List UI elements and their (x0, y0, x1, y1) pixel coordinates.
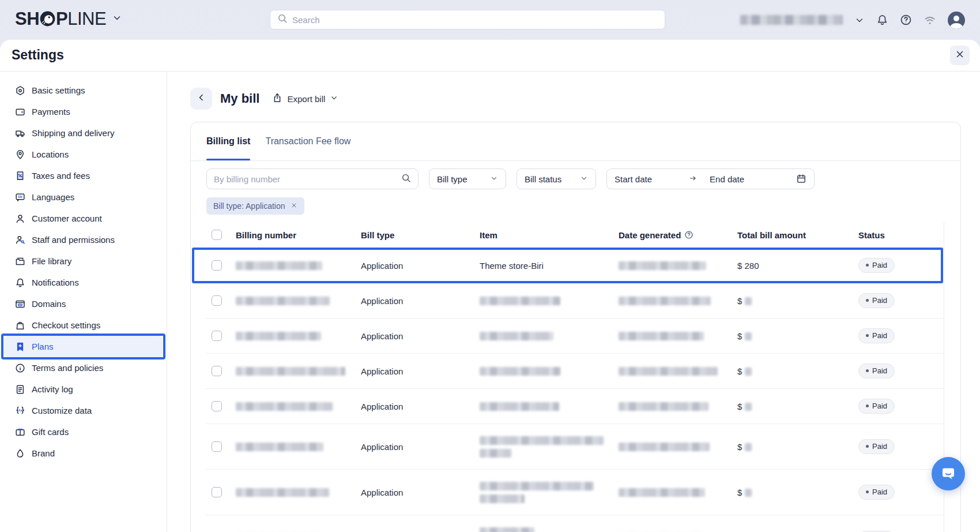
sidebar-item-locations[interactable]: Locations (0, 144, 167, 165)
settings-title: Settings (12, 47, 64, 63)
item-cell (480, 332, 619, 340)
tab-billing-list[interactable]: Billing list (206, 122, 250, 160)
shopline-o-mascot-icon (40, 11, 55, 27)
table-row[interactable]: Application$Paid (206, 354, 944, 389)
sidebar-item-label: Domains (32, 299, 66, 309)
row-checkbox[interactable] (212, 295, 222, 306)
bill-status-dropdown[interactable]: Bill status (517, 168, 596, 189)
bill-type-cell: Application (361, 402, 480, 411)
date-generated-help-icon[interactable] (684, 230, 693, 239)
date-generated-cell (619, 332, 737, 340)
avatar[interactable] (948, 12, 965, 29)
total-amount-cell: $ 280 (737, 261, 858, 271)
billing-number-search[interactable] (206, 168, 419, 189)
date-generated-cell (619, 261, 737, 270)
table-row[interactable]: Application$Paid (206, 470, 944, 515)
total-amount-cell: $ (737, 331, 858, 341)
activity-log-icon (15, 384, 25, 395)
export-bill-label: Export bill (287, 94, 325, 104)
sidebar-item-label: Notifications (32, 278, 79, 287)
date-generated-cell (619, 443, 737, 451)
row-checkbox[interactable] (212, 331, 222, 341)
status-badge: Paid (858, 364, 895, 379)
store-chevron-down-icon[interactable] (854, 15, 865, 25)
row-checkbox[interactable] (212, 366, 222, 376)
bill-type-dropdown[interactable]: Bill type (429, 168, 506, 189)
page-title: My bill (220, 91, 259, 106)
end-date-field[interactable]: End date (710, 174, 744, 184)
row-checkbox[interactable] (212, 260, 222, 271)
table-row[interactable]: Application$Paid (206, 389, 944, 424)
bill-type-cell: Application (361, 296, 480, 306)
close-settings-button[interactable] (950, 46, 970, 65)
back-button[interactable] (190, 88, 212, 110)
export-bill-button[interactable]: Export bill (272, 93, 338, 105)
total-amount-cell: $ (737, 442, 858, 452)
row-checkbox[interactable] (212, 487, 222, 497)
table-row[interactable]: Application$Paid (206, 283, 944, 319)
sidebar-item-basic-settings[interactable]: Basic settings (0, 80, 167, 101)
help-icon[interactable] (900, 14, 912, 26)
item-cell (480, 527, 619, 532)
sidebar-item-terms-and-policies[interactable]: Terms and policies (0, 357, 167, 379)
column-header-billing-number: Billing number (236, 230, 361, 240)
filter-chip-bill-type[interactable]: Bill type: Application (206, 197, 304, 215)
sidebar-item-taxes-and-fees[interactable]: Taxes and fees (0, 165, 167, 186)
status-cell: Paid (858, 364, 944, 379)
table-row[interactable]: Application$Paid (206, 424, 944, 470)
row-checkbox[interactable] (212, 401, 222, 411)
select-all-checkbox[interactable] (212, 230, 222, 240)
sidebar-item-file-library[interactable]: File library (0, 250, 167, 272)
shopline-logo[interactable]: SHPLINE (15, 10, 122, 28)
redacted-text (480, 527, 534, 532)
date-range-picker[interactable]: Start date End date (606, 168, 815, 189)
tab-transaction-fee-flow[interactable]: Transaction Fee flow (265, 122, 350, 160)
status-badge: Paid (858, 485, 895, 500)
status-badge: Paid (858, 399, 895, 414)
logo-chevron-down-icon[interactable] (112, 13, 122, 25)
total-amount-cell: $ (737, 296, 858, 306)
sidebar-item-label: Languages (32, 192, 74, 202)
global-search-input[interactable] (292, 15, 658, 25)
sidebar-item-languages[interactable]: ENLanguages (0, 186, 167, 208)
topbar-right-cluster (740, 0, 965, 40)
redacted-text (236, 443, 323, 451)
item-cell (480, 436, 619, 458)
sidebar-item-label: Activity log (32, 384, 73, 394)
billing-number-cell (236, 488, 361, 497)
sidebar-item-domains[interactable]: Domains (0, 293, 167, 314)
chip-close-icon[interactable] (291, 201, 297, 211)
sidebar-item-label: Locations (32, 149, 69, 159)
notifications-bell-icon[interactable] (876, 14, 888, 26)
sidebar-item-plans[interactable]: Plans (4, 336, 163, 357)
row-checkbox[interactable] (212, 441, 222, 452)
sidebar-item-staff-and-permissions[interactable]: Staff and permissions (0, 229, 167, 250)
sidebar-item-brand[interactable]: Brand (0, 443, 167, 464)
search-icon (277, 13, 288, 26)
table-row[interactable]: ApplicationTheme store-Biri$ 280Paid (206, 248, 944, 283)
sidebar-item-shipping-and-delivery[interactable]: Shipping and delivery (0, 122, 167, 144)
billing-number-input[interactable] (214, 174, 397, 184)
billing-number-cell (236, 367, 361, 376)
sidebar-item-checkout-settings[interactable]: Checkout settings (0, 314, 167, 336)
sidebar-item-label: Shipping and delivery (32, 128, 114, 138)
table-row[interactable]: Application$Paid (206, 515, 944, 532)
start-date-field[interactable]: Start date (615, 174, 652, 184)
item-cell (480, 482, 619, 503)
status-dot (866, 334, 869, 337)
sidebar-item-customize-data[interactable]: AaCustomize data (0, 400, 167, 421)
table-row[interactable]: Application$Paid (206, 319, 944, 354)
chat-launcher-button[interactable] (932, 457, 965, 490)
store-name-redacted[interactable] (740, 15, 843, 25)
network-status-icon[interactable] (924, 14, 936, 27)
sidebar-item-customer-account[interactable]: Customer account (0, 208, 167, 229)
export-chevron-down-icon (330, 93, 338, 104)
bill-type-label: Bill type (437, 174, 490, 184)
sidebar-item-gift-cards[interactable]: Gift cards (0, 421, 167, 443)
sidebar-item-notifications[interactable]: Notifications (0, 272, 167, 293)
billing-number-cell (236, 443, 361, 451)
status-badge: Paid (858, 328, 895, 343)
global-search[interactable] (270, 10, 665, 29)
sidebar-item-activity-log[interactable]: Activity log (0, 379, 167, 400)
sidebar-item-payments[interactable]: Payments (0, 101, 167, 122)
